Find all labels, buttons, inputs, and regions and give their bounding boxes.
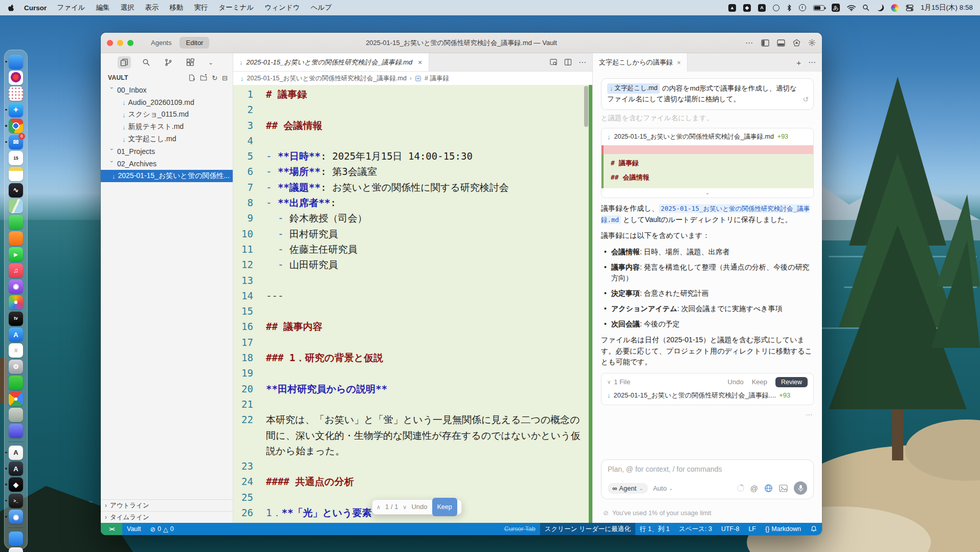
- mail-dock-icon[interactable]: ✉8: [9, 135, 23, 149]
- tree-item--md[interactable]: ↓新規テキスト.md: [101, 121, 233, 133]
- chatgpt-dock-icon[interactable]: [9, 408, 23, 422]
- search-icon[interactable]: [862, 4, 870, 11]
- facetime-dock-icon[interactable]: ►: [9, 247, 23, 261]
- scrollbar-thumb[interactable]: [584, 86, 588, 127]
- cursor-dock-icon[interactable]: ◆: [9, 477, 23, 492]
- encoding-status[interactable]: UTF-8: [717, 523, 744, 535]
- calendar-dock-icon[interactable]: 15: [9, 151, 23, 165]
- menubar-item[interactable]: ターミナル: [219, 3, 254, 12]
- toggle-sidebar-icon[interactable]: [761, 39, 769, 47]
- notes-dock-icon[interactable]: [9, 167, 23, 181]
- agent-mode-selector[interactable]: ∞Agent⌄: [608, 483, 648, 494]
- chat-input-box[interactable]: Plan, @ for context, / for commands ∞Age…: [601, 459, 814, 499]
- reminders-dock-icon[interactable]: ≡: [9, 343, 23, 358]
- extensions-icon[interactable]: [184, 56, 197, 69]
- eol-status[interactable]: LF: [744, 523, 761, 535]
- chat-input-placeholder[interactable]: Plan, @ for context, / for commands: [608, 465, 807, 473]
- chevron-down-icon[interactable]: ⌄: [206, 57, 215, 68]
- restore-checkpoint-icon[interactable]: ↺: [803, 94, 809, 105]
- screen-reader-status[interactable]: スクリーン リーダーに最適化: [540, 523, 635, 535]
- explorer-icon[interactable]: [118, 56, 131, 69]
- tab-agents[interactable]: Agents: [145, 37, 177, 49]
- tree-item-audio_20260109-md[interactable]: ↓Audio_20260109.md: [101, 96, 233, 108]
- menubar-item[interactable]: 編集: [96, 3, 110, 12]
- file-chip[interactable]: ↓文字起こし.md: [607, 83, 660, 94]
- app-grid-icon[interactable]: ▲: [728, 4, 736, 12]
- model-selector[interactable]: Auto⌄: [653, 484, 673, 492]
- control-center-icon[interactable]: [906, 4, 914, 12]
- bluetooth-icon[interactable]: [787, 4, 792, 12]
- undo-all-button[interactable]: Undo: [728, 378, 744, 386]
- a-dark-app-dock-icon[interactable]: A: [9, 461, 23, 476]
- blue-robot-app-dock-icon[interactable]: ◉: [9, 510, 23, 524]
- split-editor-icon[interactable]: [564, 58, 572, 66]
- tree-item--md[interactable]: ↓文字起こし.md: [101, 133, 233, 145]
- system-settings-dock-icon[interactable]: ⚙: [9, 360, 23, 374]
- undo-button[interactable]: Undo: [411, 499, 427, 515]
- new-chat-icon[interactable]: +: [796, 58, 801, 67]
- language-mode-status[interactable]: {}Markdown: [761, 523, 806, 535]
- tree-item-02_archives[interactable]: ›02_Archives: [101, 158, 233, 170]
- tree-item-00_inbox[interactable]: ›00_Inbox: [101, 84, 233, 96]
- source-control-icon[interactable]: [162, 56, 175, 69]
- open-preview-icon[interactable]: [549, 58, 558, 66]
- menubar-item[interactable]: ヘルプ: [310, 3, 331, 12]
- next-change-icon[interactable]: ∨: [403, 499, 407, 515]
- zoom-window-button[interactable]: [127, 40, 133, 46]
- close-window-button[interactable]: [107, 40, 113, 46]
- line-dock-icon[interactable]: [9, 376, 23, 390]
- editor-tab[interactable]: ↓ 2025-01-15_お笑いと蛍の関係性研究検討会_議事録.md ×: [233, 53, 429, 71]
- settings-gear-icon[interactable]: [808, 39, 816, 47]
- app-a-icon[interactable]: A: [758, 4, 766, 12]
- vault-header[interactable]: VAULT ↻ ⊟: [101, 72, 233, 84]
- chat-more-icon[interactable]: ⋯: [808, 58, 816, 67]
- red-ring-app-dock-icon[interactable]: [9, 71, 23, 85]
- trash-dock-icon[interactable]: [9, 547, 23, 552]
- color-wheel-icon[interactable]: [891, 4, 899, 12]
- collapse-folders-icon[interactable]: ⊟: [222, 74, 228, 82]
- keep-all-button[interactable]: Keep: [752, 378, 767, 386]
- apple-tv-dock-icon[interactable]: tv: [9, 312, 23, 326]
- breadcrumb[interactable]: ↓ 2025-01-15_お笑いと蛍の関係性研究検討会_議事録.md › # 議…: [233, 72, 592, 85]
- chat-tab[interactable]: 文字起こしからの議事録 ×: [593, 53, 687, 72]
- arc-dock-icon[interactable]: A: [9, 446, 23, 460]
- menubar-item[interactable]: 表示: [145, 3, 159, 12]
- close-chat-tab-icon[interactable]: ×: [677, 59, 681, 67]
- new-file-icon[interactable]: [188, 74, 195, 81]
- notifications-bell-icon[interactable]: [806, 523, 822, 535]
- clock-icon[interactable]: [799, 4, 806, 11]
- battery-icon[interactable]: [813, 5, 825, 11]
- indentation-status[interactable]: スペース: 3: [674, 523, 717, 535]
- more-editor-actions-icon[interactable]: ⋯: [578, 58, 586, 67]
- tree-item-2025-01-15_-[interactable]: ↓2025-01-15_お笑いと蛍の関係性...: [101, 170, 233, 182]
- apple-menu-icon[interactable]: [7, 4, 15, 12]
- maps-dock-icon[interactable]: [9, 199, 23, 213]
- menubar-item[interactable]: ファイル: [57, 3, 85, 12]
- more-actions-icon[interactable]: ⋯: [745, 38, 753, 48]
- active-app-name[interactable]: Cursor: [24, 4, 47, 12]
- tab-editor[interactable]: Editor: [180, 37, 209, 49]
- app-store-dock-icon[interactable]: A: [9, 327, 23, 342]
- toggle-panel-icon[interactable]: [777, 39, 785, 47]
- tree-item-01_projects[interactable]: ›01_Projects: [101, 145, 233, 158]
- menubar-item[interactable]: 選択: [121, 3, 135, 12]
- tree-item--_0115-md[interactable]: ↓スクショ_0115.md: [101, 108, 233, 121]
- attach-image-icon[interactable]: [779, 484, 788, 492]
- collapse-files-icon[interactable]: ∨: [607, 379, 611, 385]
- ring-icon[interactable]: [773, 5, 779, 11]
- downloads-folder-dock-icon[interactable]: [9, 532, 23, 546]
- cursor-tab-icon[interactable]: [793, 39, 800, 47]
- app-shield-icon[interactable]: ◆: [743, 4, 751, 12]
- books-dock-icon[interactable]: [9, 231, 23, 246]
- breadcrumb-symbol[interactable]: # 議事録: [425, 74, 449, 83]
- close-tab-icon[interactable]: ×: [418, 58, 422, 67]
- music-dock-icon[interactable]: ♫: [9, 263, 23, 278]
- ime-icon[interactable]: あ: [832, 4, 840, 12]
- timeline-section[interactable]: ›タイムライン: [101, 511, 233, 523]
- remote-indicator[interactable]: ><: [101, 523, 122, 535]
- new-folder-icon[interactable]: [200, 74, 207, 81]
- google-maps-dock-icon[interactable]: [9, 392, 23, 406]
- diff-card[interactable]: ↓ 2025-01-15_お笑いと蛍の関係性研究検討会_議事録.md +93 #…: [601, 128, 814, 198]
- code-editor[interactable]: 1# 議事録2 3## 会議情報4 5- **日時**: 2025年1月15日 …: [233, 85, 592, 523]
- review-button[interactable]: Review: [775, 377, 808, 387]
